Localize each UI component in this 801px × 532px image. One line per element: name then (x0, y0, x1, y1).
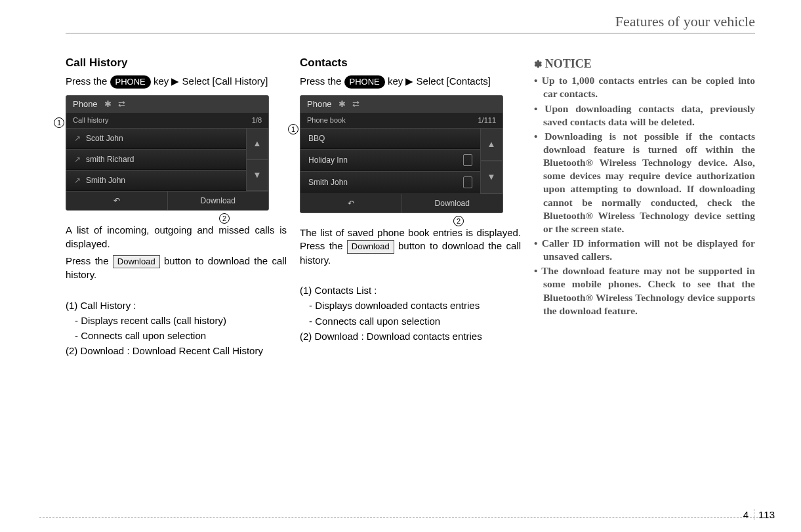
callout-1-icon: 1 (54, 117, 64, 128)
notice-heading: ✽ NOTICE (534, 56, 755, 72)
signal-icon: ⇄ (352, 98, 359, 110)
screenshot-call-history: 1 2 Phone ✱ ⇄ Call history 1/8 (66, 95, 269, 211)
star-icon: ✽ (534, 59, 545, 70)
item-1a: - Displays downloaded contacts entries (300, 299, 521, 312)
list-item[interactable]: Smith John (300, 171, 480, 194)
item-1a: - Displays recent calls (call history) (66, 314, 287, 327)
header-rule (66, 33, 755, 33)
heading-call-history: Call History (66, 56, 287, 71)
notice-bullet: • The download feature may not be suppor… (534, 264, 755, 317)
list-item[interactable]: BBQ (300, 128, 480, 149)
scroll-up-button[interactable]: ▲ (246, 128, 268, 159)
column-notice: ✽ NOTICE • Up to 1,000 contacts entries … (534, 56, 755, 360)
call-out-icon: ↗ (74, 175, 81, 186)
para-contacts-desc: The list of saved phone book entries is … (300, 226, 521, 267)
screen-subheader: Phone book 1/111 (300, 113, 503, 128)
mobile-icon (463, 154, 472, 166)
call-out-icon: ↗ (74, 154, 81, 165)
item-1b: - Connects call upon selection (300, 315, 521, 328)
intro-call-history: Press the PHONE key ▶ Select [Call Histo… (66, 75, 287, 89)
signal-icon: ⇄ (118, 98, 125, 110)
item-1b: - Connects call upon selection (66, 329, 287, 342)
call-out-icon: ↗ (74, 133, 81, 144)
list-item[interactable]: ↗Smith John (66, 170, 246, 191)
callout-1-icon: 1 (288, 124, 298, 134)
screenshot-contacts: 1 2 Phone ✱ ⇄ Phone book 1/111 (300, 95, 503, 213)
scroll-up-button[interactable]: ▲ (480, 128, 503, 161)
list-item[interactable]: Holiday Inn (300, 149, 480, 171)
scroll-down-button[interactable]: ▼ (246, 159, 268, 191)
list-item[interactable]: ↗Scott John (66, 128, 246, 149)
callout-2-icon: 2 (219, 213, 230, 224)
section-title: Features of your vehicle (615, 13, 755, 30)
item-1-head: (1) Contacts List : (300, 284, 521, 297)
download-button[interactable]: Download (167, 192, 269, 210)
column-contacts: Contacts Press the PHONE key ▶ Select [C… (300, 56, 521, 360)
phone-key-badge: PHONE (110, 75, 151, 89)
scroll-down-button[interactable]: ▼ (480, 161, 503, 194)
bluetooth-icon: ✱ (339, 98, 346, 110)
para-call-history-download: Press the Download button to download th… (66, 255, 287, 282)
screen-titlebar: Phone ✱ ⇄ (66, 96, 268, 113)
screen-title-text: Phone (307, 98, 332, 110)
heading-contacts: Contacts (300, 56, 521, 71)
screen-title-text: Phone (73, 98, 98, 110)
notice-bullet: • Caller ID information will not be disp… (534, 237, 755, 263)
notice-bullet: • Downloading is not possible if the con… (534, 130, 755, 235)
item-2: (2) Download : Download Recent Call Hist… (66, 344, 287, 358)
screen-subheader: Call history 1/8 (66, 113, 268, 128)
page-number: 4113 (743, 509, 775, 520)
footer-rule (39, 517, 775, 518)
download-button[interactable]: Download (401, 194, 503, 213)
list-item[interactable]: ↗smith Richard (66, 149, 246, 170)
phone-key-badge: PHONE (344, 75, 385, 89)
back-button[interactable]: ↶ (66, 192, 167, 210)
back-button[interactable]: ↶ (300, 194, 401, 213)
column-call-history: Call History Press the PHONE key ▶ Selec… (66, 56, 287, 360)
callout-2-icon: 2 (453, 216, 464, 226)
para-call-history-desc: A list of incoming, outgoing and missed … (66, 224, 287, 251)
notice-bullet: • Up to 1,000 contacts entries can be co… (534, 74, 755, 100)
notice-bullet: • Upon downloading contacts data, previo… (534, 102, 755, 129)
item-2: (2) Download : Download contacts entries (300, 330, 521, 343)
download-badge: Download (113, 255, 160, 269)
screen-titlebar: Phone ✱ ⇄ (300, 96, 503, 113)
bluetooth-icon: ✱ (104, 98, 112, 110)
download-badge: Download (347, 240, 394, 254)
item-1-head: (1) Call History : (66, 299, 287, 312)
intro-contacts: Press the PHONE key ▶ Select [Contacts] (300, 75, 521, 89)
mobile-icon (463, 176, 472, 188)
